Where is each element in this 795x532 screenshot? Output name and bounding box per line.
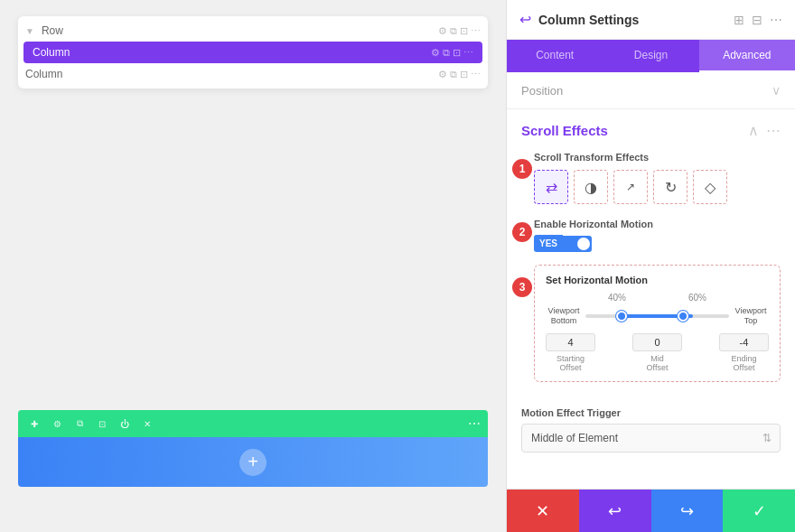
settings-icon[interactable]: ⚙ (48, 415, 66, 433)
transform-icons-row: ⇄ ◑ ↗ ↻ ◇ (534, 170, 781, 204)
copy-icon[interactable]: ⧉ (70, 415, 89, 433)
save-button[interactable]: ✓ (723, 490, 795, 532)
motion-trigger-select[interactable]: Middle of Element Top of Element Bottom … (521, 424, 781, 453)
toggle-switch-row: YES (534, 235, 781, 252)
more-options-icon[interactable]: ⋯ (468, 416, 481, 431)
canvas-toolbar: ✚ ⚙ ⧉ ⊡ ⏻ ✕ ⋯ (18, 410, 488, 437)
tree-icons-column-active: ⚙ ⧉ ⊡ ⋯ (431, 47, 473, 59)
tree-item-row[interactable]: ▼ Row ⚙ ⧉ ⊡ ⋯ (18, 20, 488, 42)
add-icon[interactable]: ✚ (25, 415, 43, 433)
transform-label: Scroll Transform Effects (534, 152, 781, 163)
scroll-effects-header: Scroll Effects ∧ ⋯ (521, 122, 781, 139)
motion-trigger-section: Motion Effect Trigger Middle of Element … (507, 407, 795, 465)
slider-thumb-right[interactable] (678, 311, 688, 322)
settings-tabs: Content Design Advanced (507, 40, 795, 72)
transform-blur-icon[interactable]: ◇ (693, 170, 727, 204)
slider-section: Set Horizontal Motion 40% 60% ViewportBo… (534, 265, 781, 382)
tab-design[interactable]: Design (603, 40, 698, 72)
header-icons: ⊞ ⊟ ⋯ (734, 13, 782, 27)
left-panel: ▼ Row ⚙ ⧉ ⊡ ⋯ Column ⚙ ⧉ ⊡ ⋯ Column ⚙ ⧉ … (0, 0, 506, 532)
collapse-icon[interactable]: ∧ (748, 122, 759, 139)
viewport-bottom-label: ViewportBottom (546, 306, 582, 326)
slider-track-container: ViewportBottom ViewportTop (546, 306, 769, 326)
yes-label: YES (534, 235, 563, 252)
switch-thumb (577, 238, 590, 250)
tab-content[interactable]: Content (507, 40, 603, 72)
viewport-top-label: ViewportTop (733, 306, 769, 326)
columns-icon[interactable]: ⊟ (752, 13, 762, 27)
trash-icon[interactable]: ⊡ (93, 415, 111, 433)
ending-offset-value[interactable]: -4 (719, 333, 769, 351)
position-chevron-icon: ∨ (772, 83, 781, 98)
undo-button[interactable]: ↩ (579, 490, 651, 532)
transform-scale-icon[interactable]: ↗ (613, 170, 648, 204)
ending-offset-item: -4 EndingOffset (719, 333, 769, 372)
add-element-button[interactable]: + (239, 449, 267, 476)
delete-icon[interactable]: ✕ (138, 415, 156, 433)
more-icon[interactable]: ⋯ (770, 13, 782, 27)
motion-trigger-select-wrapper: Middle of Element Top of Element Bottom … (521, 424, 781, 453)
transform-rotate-icon[interactable]: ↻ (653, 170, 687, 204)
chevron-icon: ▼ (25, 26, 34, 36)
tree-item-column-active[interactable]: Column ⚙ ⧉ ⊡ ⋯ (23, 42, 482, 63)
grid-icon[interactable]: ⊞ (734, 13, 744, 27)
scroll-effects-controls: ∧ ⋯ (748, 122, 781, 139)
slider-labels: 40% 60% (546, 293, 769, 303)
motion-trigger-label: Motion Effect Trigger (521, 407, 781, 418)
canvas-area: ✚ ⚙ ⧉ ⊡ ⏻ ✕ ⋯ + (18, 410, 488, 487)
panel-title: Column Settings (538, 13, 734, 27)
transform-opacity-icon[interactable]: ◑ (574, 170, 608, 204)
toggle-switch[interactable] (563, 236, 592, 252)
transform-horizontal-icon[interactable]: ⇄ (534, 170, 568, 204)
tab-advanced[interactable]: Advanced (699, 40, 795, 72)
starting-offset-item: 4 StartingOffset (546, 333, 595, 372)
badge-1: 1 (512, 159, 532, 179)
back-icon[interactable]: ↩ (519, 11, 531, 28)
slider-label-40: 40% (608, 293, 626, 303)
ending-offset-label: EndingOffset (719, 354, 769, 372)
mid-offset-item: 0 MidOffset (632, 333, 682, 372)
scroll-effects-more-icon[interactable]: ⋯ (766, 122, 781, 139)
set-horizontal-block: 3 Set Horizontal Motion 40% 60% Viewport… (521, 265, 781, 382)
tree-label-column: Column (25, 68, 435, 80)
cancel-button[interactable]: ✕ (507, 490, 579, 532)
badge-3: 3 (512, 277, 532, 297)
redo-button[interactable]: ↪ (651, 490, 724, 532)
slider-label-60: 60% (688, 293, 706, 303)
canvas-gradient-bar: + (18, 437, 488, 487)
slider-thumb-left[interactable] (616, 311, 627, 322)
position-section[interactable]: Position ∨ (507, 72, 795, 109)
enable-horizontal-block: 2 Enable Horizontal Motion YES (521, 219, 781, 252)
tree-icons-column: ⚙ ⧉ ⊡ ⋯ (438, 69, 481, 80)
tree-panel: ▼ Row ⚙ ⧉ ⊡ ⋯ Column ⚙ ⧉ ⊡ ⋯ Column ⚙ ⧉ … (0, 0, 506, 98)
bottom-toolbar: ✕ ↩ ↪ ✓ (507, 489, 795, 532)
scroll-effects-section: Scroll Effects ∧ ⋯ 1 Scroll Transform Ef… (507, 109, 795, 407)
starting-offset-label: StartingOffset (546, 354, 595, 372)
tree-label-row: Row (42, 24, 435, 37)
right-panel: ↩ Column Settings ⊞ ⊟ ⋯ Content Design A… (506, 0, 795, 532)
tree-label-column-active: Column (33, 46, 427, 59)
panel-content: Position ∨ Scroll Effects ∧ ⋯ 1 Scroll T… (507, 72, 795, 489)
tree-icons-row: ⚙ ⧉ ⊡ ⋯ (438, 25, 481, 37)
slider-track[interactable] (585, 314, 729, 318)
position-label: Position (521, 84, 563, 98)
panel-header: ↩ Column Settings ⊞ ⊟ ⋯ (507, 0, 795, 40)
transform-effects-block: 1 Scroll Transform Effects ⇄ ◑ ↗ ↻ ◇ (521, 152, 781, 204)
badge-2: 2 (512, 222, 532, 242)
offset-row: 4 StartingOffset 0 MidOffset -4 EndingOf… (546, 333, 769, 372)
mid-offset-value[interactable]: 0 (632, 333, 682, 351)
mid-offset-label: MidOffset (632, 354, 682, 372)
power-icon[interactable]: ⏻ (116, 415, 134, 433)
scroll-effects-title: Scroll Effects (521, 123, 608, 138)
enable-horizontal-label: Enable Horizontal Motion (534, 219, 781, 229)
slider-title: Set Horizontal Motion (546, 275, 769, 285)
tree-item-column[interactable]: Column ⚙ ⧉ ⊡ ⋯ (18, 63, 488, 85)
starting-offset-value[interactable]: 4 (546, 333, 595, 351)
